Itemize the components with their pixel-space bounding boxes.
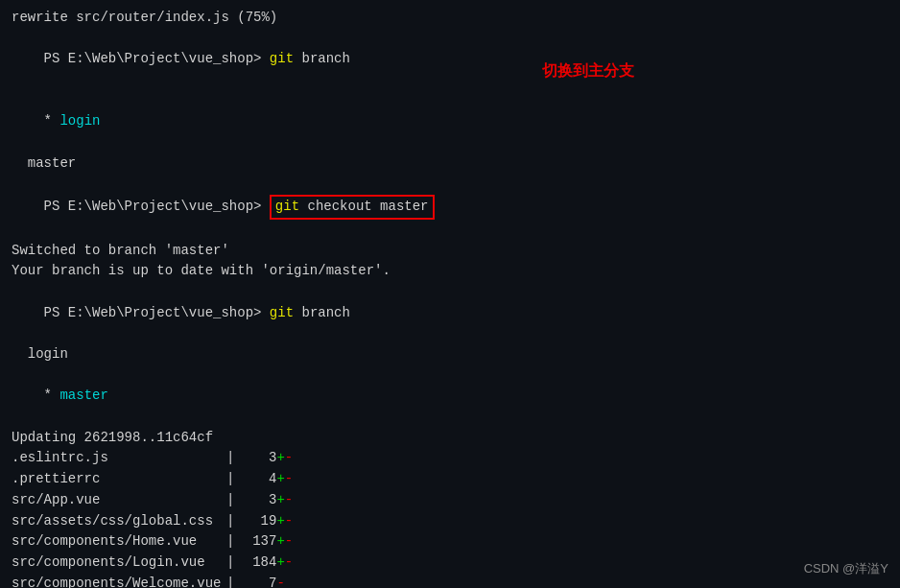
diff-plus-2: + (276, 490, 284, 511)
diff-filename-5: src/components/Login.vue (12, 553, 223, 574)
diff-filename-0: .eslintrc.js (12, 448, 223, 469)
diff-minus-4: - (285, 531, 293, 553)
diff-plus-3: + (276, 511, 284, 532)
cmd-git-3: git (270, 305, 294, 320)
annotation-label: 切换到主分支 (542, 59, 634, 83)
cmd-checkout: checkout master (299, 199, 428, 214)
diff-row-5: src/components/Login.vue | 184 +- (12, 553, 888, 574)
diff-row-6: src/components/Welcome.vue | 7 - (12, 574, 888, 588)
diff-num-2: 3 (238, 490, 276, 511)
diff-filename-2: src/App.vue (12, 490, 223, 511)
diff-filename-6: src/components/Welcome.vue (12, 574, 223, 588)
diff-filename-1: .prettierrc (12, 469, 223, 490)
diff-row-0: .eslintrc.js | 3 +- (12, 448, 888, 469)
line-master-plain: master (12, 153, 888, 175)
cmd-git-2: git (275, 199, 299, 214)
branch-login: login (59, 113, 100, 129)
line-rewrite: rewrite src/router/index.js (75%) (12, 8, 888, 29)
diff-filename-4: src/components/Home.vue (12, 531, 223, 553)
diff-row-1: .prettierrc | 4 +- (12, 469, 888, 490)
diff-minus-5: - (285, 553, 293, 574)
diff-num-5: 184 (238, 553, 276, 574)
diff-num-1: 4 (238, 469, 276, 490)
diff-num-0: 3 (238, 448, 276, 469)
diff-plus-1: + (276, 469, 284, 490)
cmd-branch-1: branch (294, 51, 350, 66)
line-uptodate: Your branch is up to date with 'origin/m… (12, 261, 888, 282)
star-login: * (44, 113, 60, 129)
diff-table: .eslintrc.js | 3 +- .prettierrc | 4 +- s… (12, 448, 888, 588)
diff-row-3: src/assets/css/global.css | 19 +- (12, 511, 888, 532)
csdn-watermark: CSDN @洋溢Y (804, 559, 888, 578)
ps3: PS E:\Web\Project\vue_shop> (44, 305, 270, 320)
line-switched: Switched to branch 'master' (12, 241, 888, 262)
line-git-branch-2: PS E:\Web\Project\vue_shop> git branch (12, 282, 888, 344)
diff-minus-1: - (285, 469, 293, 490)
terminal: rewrite src/router/index.js (75%) PS E:\… (0, 0, 900, 588)
diff-plus-4: + (276, 531, 284, 553)
line-git-branch-1: PS E:\Web\Project\vue_shop> git branch (12, 29, 888, 91)
diff-row-2: src/App.vue | 3 +- (12, 490, 888, 511)
diff-minus-0: - (285, 448, 293, 469)
diff-plus-5: + (276, 553, 284, 574)
diff-minus-6: - (276, 574, 284, 588)
star-master: * (44, 388, 60, 403)
diff-minus-3: - (285, 511, 293, 532)
branch-master: master (59, 388, 107, 403)
ps2: PS E:\Web\Project\vue_shop> (44, 199, 270, 214)
diff-num-3: 19 (238, 511, 276, 532)
diff-filename-3: src/assets/css/global.css (12, 511, 223, 532)
cmd-git-1: git (270, 51, 294, 66)
diff-num-4: 137 (238, 531, 276, 553)
line-login-plain: login (12, 344, 888, 365)
line-master-active: * master (12, 365, 888, 428)
diff-plus-0: + (276, 448, 284, 469)
cmd-branch-2: branch (294, 305, 350, 320)
diff-row-4: src/components/Home.vue | 137 +- (12, 531, 888, 553)
ps1: PS E:\Web\Project\vue_shop> (44, 51, 270, 66)
diff-num-6: 7 (238, 574, 276, 588)
diff-minus-2: - (285, 490, 293, 511)
line-login-branch: * login (12, 91, 888, 153)
checkout-command-box: git checkout master (270, 195, 435, 220)
line-checkout: PS E:\Web\Project\vue_shop> git checkout… (12, 175, 888, 241)
line-updating: Updating 2621998..11c64cf (12, 428, 888, 449)
